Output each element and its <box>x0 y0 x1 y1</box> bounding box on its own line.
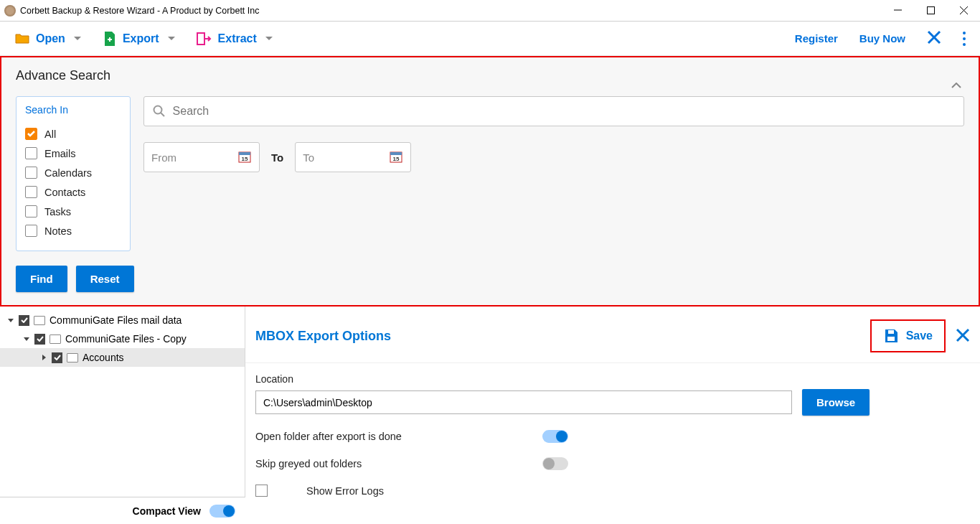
folder-icon <box>67 353 78 362</box>
maximize-button[interactable] <box>914 0 947 22</box>
filter-tasks[interactable]: Tasks <box>25 202 121 221</box>
tree-node-accounts[interactable]: Accounts <box>0 348 245 367</box>
caret-down-icon <box>168 37 175 40</box>
folder-icon <box>50 334 61 344</box>
option-skip-greyed-label: Skip greyed out folders <box>255 458 514 469</box>
tree-node-copy[interactable]: CommuniGate Files - Copy <box>0 329 245 348</box>
open-button[interactable]: Open <box>14 31 81 47</box>
svg-rect-13 <box>390 152 402 155</box>
export-options-title: MBOX Export Options <box>255 329 391 344</box>
extract-button[interactable]: Extract <box>197 32 273 46</box>
caret-down-icon <box>74 37 81 40</box>
main-toolbar: Open Export Extract Register Buy Now <box>0 22 980 56</box>
location-input[interactable] <box>255 390 792 414</box>
filter-emails[interactable]: Emails <box>25 144 121 163</box>
date-to-input[interactable]: To 15 <box>295 142 411 172</box>
svg-rect-1 <box>927 7 934 14</box>
option-skip-greyed-toggle[interactable] <box>542 457 568 470</box>
svg-rect-16 <box>888 330 894 334</box>
option-open-folder-label: Open folder after export is done <box>255 431 514 442</box>
checkbox-icon <box>25 167 37 179</box>
folder-icon <box>34 316 45 325</box>
date-from-input[interactable]: From 15 <box>143 142 260 172</box>
search-icon <box>153 105 166 118</box>
svg-point-7 <box>154 106 162 114</box>
search-in-panel: Search In All Emails Calendars Contacts … <box>16 96 131 251</box>
toolbar-close-button[interactable] <box>927 30 941 47</box>
search-in-label: Search In <box>25 104 121 116</box>
tree-checkbox[interactable] <box>19 315 29 326</box>
compact-view-label: Compact View <box>133 505 201 517</box>
window-title: Corbett Backup & Restore Wizard - A Prod… <box>20 6 259 16</box>
option-show-logs-label: Show Error Logs <box>306 485 384 497</box>
folder-tree: CommuniGate Files mail data CommuniGate … <box>0 307 245 514</box>
save-icon <box>883 328 899 344</box>
svg-rect-4 <box>197 33 204 45</box>
reset-button[interactable]: Reset <box>76 266 134 292</box>
advance-search-title: Advance Search <box>16 68 964 83</box>
tree-checkbox[interactable] <box>34 334 45 345</box>
more-menu-button[interactable] <box>963 32 966 46</box>
close-button[interactable] <box>947 0 980 22</box>
tree-checkbox[interactable] <box>52 352 62 363</box>
option-open-folder-toggle[interactable] <box>542 430 568 443</box>
checkbox-icon <box>25 205 37 217</box>
calendar-icon: 15 <box>389 150 403 165</box>
collapse-icon[interactable] <box>951 79 961 90</box>
svg-rect-10 <box>239 152 250 155</box>
to-label: To <box>271 151 283 164</box>
search-input-wrap <box>143 96 964 126</box>
expand-toggle-icon[interactable] <box>7 319 14 322</box>
expand-toggle-icon[interactable] <box>40 355 47 360</box>
export-options-panel: MBOX Export Options Save Location Browse… <box>245 307 980 514</box>
caret-down-icon <box>265 37 273 40</box>
location-label: Location <box>255 373 980 385</box>
advance-search-panel: Advance Search Search In All Emails Cale… <box>0 56 980 307</box>
filter-all[interactable]: All <box>25 124 121 144</box>
filter-contacts[interactable]: Contacts <box>25 182 121 202</box>
folder-open-icon <box>14 31 30 47</box>
expand-toggle-icon[interactable] <box>23 337 30 341</box>
svg-text:15: 15 <box>242 156 248 162</box>
checkbox-icon <box>25 186 37 198</box>
browse-button[interactable]: Browse <box>802 389 870 416</box>
checkbox-icon <box>25 128 37 140</box>
svg-text:15: 15 <box>393 156 400 162</box>
app-icon <box>4 5 16 17</box>
find-button[interactable]: Find <box>16 266 67 292</box>
tree-node-root[interactable]: CommuniGate Files mail data <box>0 311 245 329</box>
window-titlebar: Corbett Backup & Restore Wizard - A Prod… <box>0 0 980 22</box>
search-input[interactable] <box>173 105 955 118</box>
register-link[interactable]: Register <box>795 32 838 45</box>
checkbox-icon <box>25 225 37 237</box>
minimize-button[interactable] <box>881 0 914 22</box>
svg-line-8 <box>161 113 164 116</box>
filter-calendars[interactable]: Calendars <box>25 163 121 182</box>
checkbox-icon <box>25 147 37 159</box>
buy-now-link[interactable]: Buy Now <box>859 32 905 45</box>
export-button[interactable]: Export <box>103 31 175 47</box>
file-export-icon <box>103 31 117 47</box>
show-error-logs-checkbox[interactable] <box>255 485 268 497</box>
save-button[interactable]: Save <box>870 319 946 352</box>
compact-view-bar: Compact View <box>0 497 245 524</box>
calendar-icon: 15 <box>237 150 252 165</box>
compact-view-toggle[interactable] <box>209 505 235 518</box>
panel-close-button[interactable] <box>956 328 970 345</box>
extract-icon <box>197 32 212 46</box>
svg-rect-15 <box>887 337 895 341</box>
filter-notes[interactable]: Notes <box>25 221 121 240</box>
